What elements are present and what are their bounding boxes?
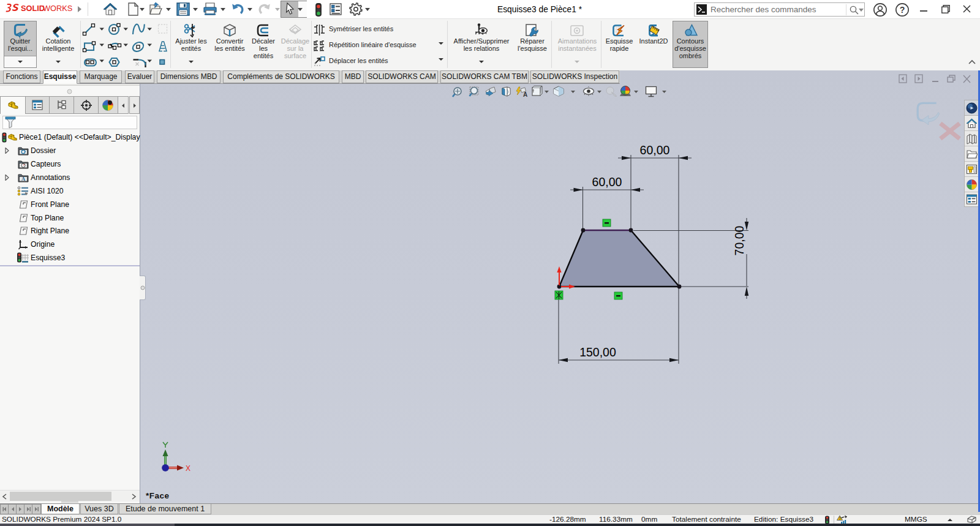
- svg-text:X: X: [186, 464, 190, 473]
- svg-text:70,00: 70,00: [733, 225, 746, 255]
- svg-text:WORKS: WORKS: [43, 4, 72, 13]
- svg-text:60,00: 60,00: [592, 175, 622, 189]
- svg-text:!: !: [839, 516, 840, 520]
- svg-text:A: A: [21, 176, 26, 182]
- svg-text:60,00: 60,00: [640, 143, 670, 157]
- svg-text:150,00: 150,00: [579, 345, 616, 359]
- svg-text:SOLID: SOLID: [21, 4, 45, 13]
- svg-text:?: ?: [900, 5, 905, 15]
